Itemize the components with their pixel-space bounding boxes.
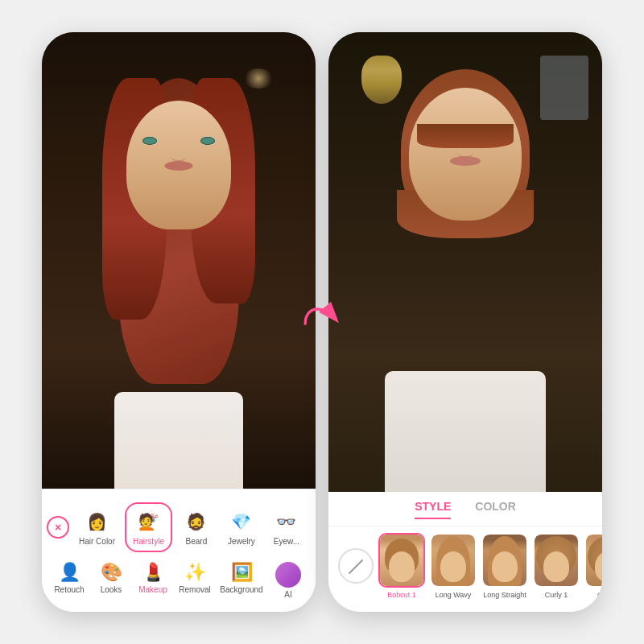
curly2-img	[586, 535, 602, 586]
longwavy-thumb	[430, 533, 477, 588]
none-slash-icon	[346, 556, 365, 576]
lips-right	[450, 156, 481, 166]
hairstyle-curly1[interactable]: Curly 1	[533, 533, 580, 599]
hairstyle-list: Bobcut 1 Long Wavy	[328, 526, 602, 605]
top-right	[385, 371, 546, 492]
longstraight-face	[492, 551, 518, 582]
removal-icon: ✨	[184, 562, 206, 583]
hairstyle-icon: 💇	[135, 509, 161, 535]
eyewear-label: Eyew...	[274, 537, 299, 546]
hairstyle-curly2[interactable]: Curly !	[584, 533, 602, 599]
bangs-right	[417, 124, 514, 148]
hair-color-label: Hair Color	[79, 537, 115, 546]
arrow-container	[302, 300, 342, 344]
looks-icon: 🎨	[101, 562, 122, 583]
tb2-background[interactable]: 🖼️ Background	[216, 559, 267, 602]
style-tabs: STYLE COLOR	[328, 500, 602, 526]
longstraight-label: Long Straight	[483, 591, 526, 599]
longwavy-label: Long Wavy	[436, 591, 472, 599]
left-phone: × 👩 Hair Color 💇 Hairstyle 🧔 Beard	[42, 32, 316, 612]
jewelry-label: Jewelry	[228, 537, 255, 546]
right-phone: STYLE COLOR Bobcut 1	[328, 32, 602, 612]
curly1-face	[543, 551, 569, 582]
toolbar-item-hair-color[interactable]: 👩 Hair Color	[72, 504, 122, 551]
hairstyle-longwavy[interactable]: Long Wavy	[430, 533, 477, 599]
tb2-ai[interactable]: AI	[267, 559, 309, 602]
background-icon: 🖼️	[231, 562, 253, 583]
top-left	[114, 392, 243, 489]
curly2-thumb	[584, 533, 602, 588]
face-right	[409, 88, 522, 221]
bobcut1-face	[389, 551, 415, 582]
retouch-icon: 👤	[59, 562, 80, 583]
curly2-label: Curly !	[597, 591, 602, 599]
hair-color-icon: 👩	[85, 509, 110, 535]
ai-label: AI	[284, 590, 291, 599]
eye-right	[200, 137, 215, 145]
bobcut1-img	[380, 535, 423, 586]
right-photo-area	[328, 32, 602, 492]
toolbar-item-hairstyle[interactable]: 💇 Hairstyle	[125, 502, 172, 552]
makeup-label: Makeup	[138, 585, 167, 594]
tb2-removal[interactable]: ✨ Removal	[174, 559, 216, 602]
bobcut1-thumb	[378, 533, 425, 588]
toolbar-row2: 👤 Retouch 🎨 Looks 💄 Makeup ✨ Removal 🖼️	[42, 555, 316, 609]
close-button[interactable]: ×	[47, 516, 69, 539]
hairstyle-longstraight[interactable]: Long Straight	[481, 533, 528, 599]
face-left	[126, 101, 231, 229]
main-container: × 👩 Hair Color 💇 Hairstyle 🧔 Beard	[0, 0, 644, 644]
retouch-label: Retouch	[54, 585, 84, 594]
toolbar-item-beard[interactable]: 🧔 Beard	[175, 504, 217, 551]
hairstyle-none[interactable]	[338, 548, 374, 584]
eye-left	[142, 137, 157, 145]
makeup-icon: 💄	[142, 562, 164, 583]
toolbar-left: × 👩 Hair Color 💇 Hairstyle 🧔 Beard	[42, 489, 316, 612]
ai-icon	[275, 562, 301, 588]
beard-label: Beard	[186, 537, 208, 546]
tb2-makeup[interactable]: 💄 Makeup	[132, 559, 174, 602]
beard-icon: 🧔	[184, 509, 209, 535]
tb2-looks[interactable]: 🎨 Looks	[90, 559, 132, 602]
longwavy-img	[431, 535, 475, 586]
toolbar-item-eyewear[interactable]: 👓 Eyew...	[266, 504, 308, 551]
left-photo-area	[42, 32, 316, 489]
toolbar-row1: × 👩 Hair Color 💇 Hairstyle 🧔 Beard	[42, 496, 316, 555]
curly1-img	[535, 535, 578, 586]
bobcut1-label: Bobcut 1	[387, 591, 416, 599]
window-right	[540, 56, 588, 120]
tb2-retouch[interactable]: 👤 Retouch	[48, 559, 90, 602]
longstraight-thumb	[481, 533, 528, 588]
removal-label: Removal	[179, 585, 210, 594]
hairstyle-label: Hairstyle	[133, 537, 164, 546]
longwavy-face	[440, 551, 466, 582]
longstraight-img	[483, 535, 526, 586]
arrow-icon	[302, 300, 342, 341]
close-icon: ×	[55, 521, 61, 534]
jewelry-icon: 💎	[229, 509, 254, 535]
curly1-thumb	[533, 533, 580, 588]
lips-left	[165, 161, 193, 171]
background-label: Background	[220, 585, 262, 594]
nose-left	[171, 150, 187, 162]
toolbar-item-jewelry[interactable]: 💎 Jewelry	[221, 504, 262, 551]
tab-style[interactable]: STYLE	[415, 500, 451, 519]
style-panel: STYLE COLOR Bobcut 1	[328, 492, 602, 612]
hairstyle-bobcut1[interactable]: Bobcut 1	[378, 533, 425, 599]
looks-label: Looks	[101, 585, 122, 594]
bg-right-lamp	[361, 56, 402, 104]
curly1-label: Curly 1	[545, 591, 568, 599]
eyes-left	[142, 137, 215, 145]
tab-color[interactable]: COLOR	[475, 500, 516, 519]
eyewear-icon: 👓	[274, 509, 299, 535]
